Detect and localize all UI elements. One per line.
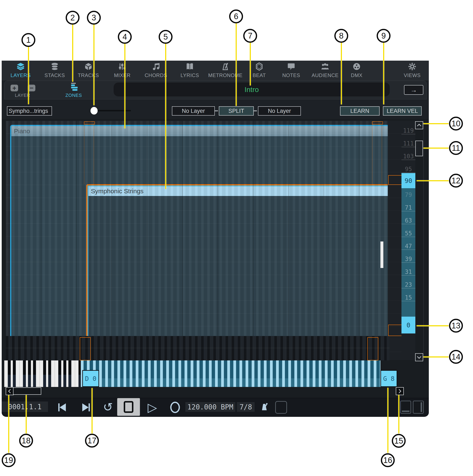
callout-line-1 <box>28 47 29 104</box>
next-song-button[interactable]: → <box>404 85 423 95</box>
callout-line-6 <box>236 23 237 106</box>
keyboard-unmapped-keys-lower[interactable] <box>4 375 81 387</box>
stop-button[interactable] <box>117 398 140 416</box>
rewind-button[interactable] <box>58 403 66 411</box>
tab-chords[interactable]: CHORDS <box>137 62 175 78</box>
callout-line-13 <box>417 325 449 326</box>
tab-label: STACKS <box>44 72 65 78</box>
keyboard-scroll-right-button[interactable] <box>396 387 404 395</box>
record-button[interactable] <box>170 402 180 413</box>
callout-line-19 <box>8 395 9 453</box>
velocity-tick-95: 95 <box>401 166 415 173</box>
play-button[interactable]: ▷ <box>148 400 157 414</box>
keyboard-scroll-left-button[interactable] <box>6 387 14 395</box>
learn-vel-button[interactable]: LEARN VEL <box>383 106 422 116</box>
split-left-layer-button[interactable]: No Layer <box>172 106 215 116</box>
callout-line-18 <box>26 395 27 433</box>
velocity-high-handle[interactable]: 90 <box>401 173 415 188</box>
zone-symphonic-header[interactable]: Symphonic Strings <box>88 186 388 196</box>
velocity-low-handle[interactable]: 0 <box>401 317 415 334</box>
keyboard-mapped-keys[interactable] <box>81 360 380 378</box>
tab-metronome[interactable]: METRONOME <box>206 62 244 78</box>
velocity-tick-55: 55 <box>401 230 415 237</box>
tab-mixer[interactable]: MIXER <box>103 62 141 78</box>
velocity-range-marker-low <box>388 325 402 336</box>
split-connector-right <box>254 110 257 111</box>
tab-label: CHORDS <box>145 72 167 78</box>
velocity-tick-63: 63 <box>401 218 415 224</box>
velocity-scale[interactable]: 11911110395797163554739312315 90 0 <box>401 121 415 360</box>
tab-tracks[interactable]: TRACKS <box>69 62 107 78</box>
stacks-icon <box>50 62 59 72</box>
zone-symphonic-name: Symphonic Strings <box>91 187 144 195</box>
callout-line-2 <box>72 25 73 82</box>
tab-label: TRACKS <box>78 72 99 78</box>
keyboard-scrollbar[interactable] <box>13 387 41 395</box>
zone-piano-header[interactable]: Piano <box>11 126 388 136</box>
add-layer-button[interactable]: + <box>11 85 18 91</box>
layout-toggle-bottom[interactable] <box>400 401 411 414</box>
callout-line-17 <box>92 388 93 433</box>
bpm-display[interactable]: 120.000 BPM <box>185 402 235 412</box>
tab-label: AUDIENCE <box>312 72 339 78</box>
keyboard-unmapped-keys[interactable] <box>4 360 81 375</box>
velocity-tick-15: 15 <box>401 294 415 301</box>
record-icon <box>170 402 180 413</box>
time-signature-display[interactable]: 7/8 <box>237 402 255 412</box>
metronome-checkbox[interactable] <box>275 401 287 414</box>
high-note-handle[interactable]: G 8 <box>380 370 397 387</box>
velocity-scroll-down-button[interactable] <box>415 353 423 361</box>
callout-circle-18: 18 <box>19 434 33 448</box>
range-marker-bottom-right <box>367 337 378 360</box>
song-title-bar[interactable]: Intro <box>114 83 390 96</box>
forward-button[interactable] <box>82 403 90 411</box>
callout-circle-3: 3 <box>87 11 101 25</box>
screenshot-stage: LAYERS STACKS TRACKS MIXER CHORDS LYRICS… <box>0 0 473 476</box>
zoom-slider-track[interactable] <box>95 110 131 111</box>
callout-circle-11: 11 <box>449 141 463 155</box>
callout-circle-7: 7 <box>243 29 257 43</box>
tab-views[interactable]: VIEWS <box>393 62 431 78</box>
tab-label: MIXER <box>114 72 131 78</box>
split-right-layer-button[interactable]: No Layer <box>258 106 301 116</box>
zoom-slider-knob[interactable] <box>90 107 98 115</box>
velocity-tick-79: 79 <box>401 192 415 198</box>
chords-icon <box>152 62 160 72</box>
chevron-up-icon <box>417 124 421 128</box>
low-note-handle[interactable]: D 0 <box>82 370 99 387</box>
metronome-toggle[interactable] <box>260 402 269 412</box>
zones-icon[interactable] <box>70 83 78 92</box>
tab-dmx[interactable]: DMX <box>338 62 375 78</box>
dmx-icon <box>352 62 361 72</box>
velocity-tick-31: 31 <box>401 269 415 276</box>
forward-icon <box>82 403 89 411</box>
audience-icon <box>321 62 329 72</box>
zones-grid[interactable]: Piano Symphonic Strings <box>6 121 390 338</box>
tab-label: DMX <box>351 72 362 78</box>
tab-lyrics[interactable]: LYRICS <box>171 62 209 78</box>
velocity-scroll-up-button[interactable] <box>415 121 423 129</box>
layer-name-field[interactable]: Sympho...trings <box>7 106 52 116</box>
callout-line-15 <box>398 395 399 433</box>
callout-circle-1: 1 <box>21 33 35 47</box>
callout-line-5 <box>165 44 166 189</box>
layout-toggle-right[interactable] <box>413 401 424 414</box>
tab-layers[interactable]: LAYERS <box>2 62 40 78</box>
keyboard-last-key[interactable] <box>380 241 383 268</box>
learn-button[interactable]: LEARN <box>340 106 380 116</box>
tab-stacks[interactable]: STACKS <box>36 62 74 78</box>
song-title: Intro <box>245 85 259 94</box>
loop-button[interactable]: ↺ <box>103 400 113 414</box>
zones-canvas-area: Piano Symphonic Strings <box>2 119 429 398</box>
tracks-icon <box>84 62 93 72</box>
range-marker-bottom-left <box>80 337 91 360</box>
velocity-tick-119: 119 <box>401 128 415 134</box>
keyboard-mapped-keys-lower[interactable] <box>81 378 380 387</box>
callout-circle-10: 10 <box>449 117 463 131</box>
zone-symphonic-strings[interactable]: Symphonic Strings <box>86 184 391 342</box>
velocity-scrollbar-handle[interactable] <box>415 141 423 156</box>
tab-label: LAYERS <box>11 72 31 78</box>
tab-notes[interactable]: NOTES <box>272 62 310 78</box>
split-button[interactable]: SPLIT <box>219 106 254 116</box>
zone-symphonic-body <box>88 196 388 340</box>
